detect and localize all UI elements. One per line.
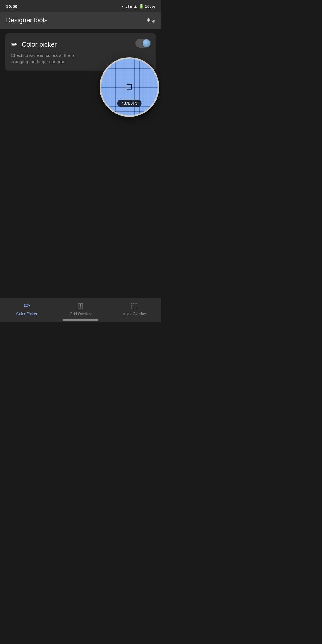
toggle-knob	[143, 39, 150, 47]
mock-overlay-nav-label: Mock Overlay	[122, 312, 146, 316]
card-header: ✏ Color picker	[11, 39, 150, 49]
home-indicator	[63, 319, 98, 321]
eyedropper-icon: ✏	[11, 39, 18, 49]
battery-icon: 🔋	[139, 4, 144, 9]
bottom-nav: ✏ Color Picker ⊞ Grid Overlay ⬚ Mock Ove…	[0, 298, 161, 322]
lte-label: LTE	[125, 4, 132, 9]
wifi-icon: ▾	[122, 4, 124, 9]
signal-icon: ▲	[134, 4, 137, 9]
settings-star-icon[interactable]: ✦⁎	[145, 16, 155, 24]
grid-overlay-nav-icon: ⊞	[77, 301, 84, 310]
color-picker-nav-label: Color Picker	[16, 312, 38, 316]
loupe-wrapper[interactable]: #87B0F3	[100, 57, 159, 117]
app-title: DesignerTools	[6, 16, 47, 24]
nav-item-grid-overlay[interactable]: ⊞ Grid Overlay	[54, 301, 107, 316]
grid-overlay-nav-label: Grid Overlay	[70, 312, 92, 316]
main-content: ✏ Color picker Check on-screen colors at…	[0, 29, 161, 75]
color-picker-nav-icon: ✏	[24, 301, 30, 310]
nav-item-mock-overlay[interactable]: ⬚ Mock Overlay	[107, 301, 161, 316]
status-icons: ▾ LTE ▲ 🔋 100%	[122, 4, 155, 9]
battery-level: 100%	[145, 4, 155, 9]
status-bar: 10:00 ▾ LTE ▲ 🔋 100%	[0, 0, 161, 12]
nav-item-color-picker[interactable]: ✏ Color Picker	[0, 301, 54, 316]
status-time: 10:00	[6, 4, 17, 9]
app-bar: DesignerTools ✦⁎	[0, 12, 161, 29]
loupe[interactable]: #87B0F3	[100, 57, 159, 117]
color-picker-card: ✏ Color picker Check on-screen colors at…	[5, 33, 156, 71]
mock-overlay-nav-icon: ⬚	[131, 301, 138, 310]
toggle-container[interactable]	[135, 39, 151, 48]
card-title: Color picker	[22, 41, 57, 48]
color-picker-toggle[interactable]	[135, 39, 151, 48]
loupe-hex-label: #87B0F3	[117, 100, 142, 107]
loupe-crosshair	[127, 84, 132, 90]
